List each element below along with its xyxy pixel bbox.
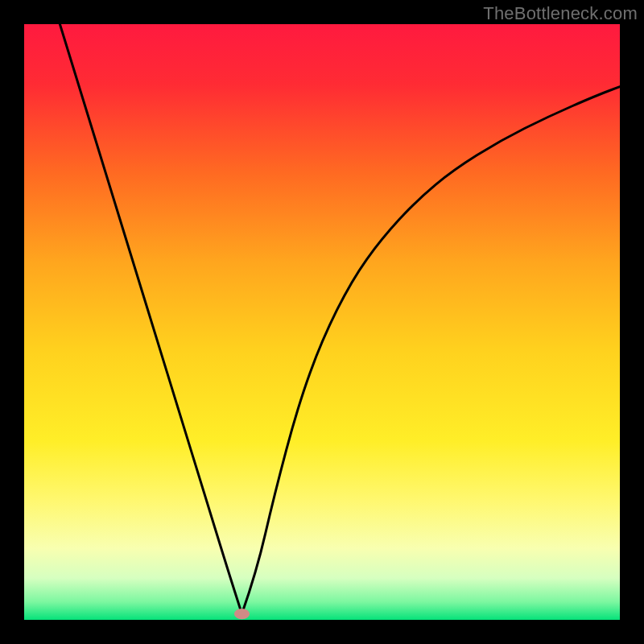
gradient-background: [24, 24, 620, 620]
chart-svg: [24, 24, 620, 620]
watermark-text: TheBottleneck.com: [483, 3, 638, 24]
chart-container: TheBottleneck.com: [0, 0, 644, 644]
plot-area: [24, 24, 620, 620]
minimum-marker: [234, 609, 250, 619]
